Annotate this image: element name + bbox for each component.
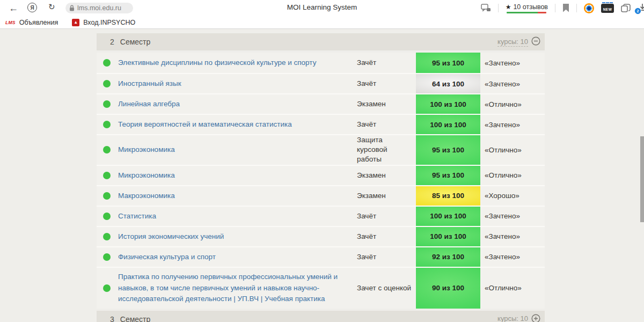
page-title: MOI Learning System (287, 3, 357, 11)
collapse-minus-icon[interactable] (531, 36, 540, 47)
course-link[interactable]: Статистика (118, 208, 357, 225)
course-link[interactable]: Линейная алгебра (118, 96, 357, 113)
table-row: Теория вероятностей и математическая ста… (97, 114, 545, 134)
score-badge: 64 из 100 (416, 74, 480, 93)
grade-label: «Отлично» (480, 100, 545, 108)
chat-bubbles-icon[interactable] (481, 4, 491, 13)
bookmark-item-announcements[interactable]: LMS Объявления (5, 19, 58, 26)
control-type-label: Защита курсовой работы (357, 135, 416, 165)
course-link[interactable]: История экономических учений (118, 228, 357, 245)
table-row: История экономических учений Зачёт 100 и… (97, 226, 545, 246)
score-badge: 100 из 100 (416, 227, 480, 246)
courses-count-label: курсы: 10 (497, 314, 528, 322)
course-status-icon (103, 172, 111, 179)
grade-label: «Зачтено» (480, 80, 545, 88)
course-link[interactable]: Практика по получению первичных професси… (118, 268, 357, 308)
score-badge: 100 из 100 (416, 115, 480, 134)
control-type-label: Экзамен (357, 171, 416, 180)
course-link[interactable]: Теория вероятностей и математическая ста… (118, 116, 357, 133)
table-row: Физическая культура и спорт Зачёт 92 из … (97, 246, 545, 267)
address-bar[interactable]: lms.moi.edu.ru (65, 3, 133, 13)
browser-toolbar: ← Я ↻ lms.moi.edu.ru MOI Learning System… (0, 0, 644, 16)
course-status-icon (103, 253, 111, 261)
semester-number: 3 (110, 315, 114, 322)
semester-2-header: 2 Семестр курсы: 10 (97, 33, 545, 50)
grade-label: «Отлично» (480, 171, 545, 179)
control-type-label: Зачёт (357, 120, 416, 129)
dot-cell (97, 247, 118, 267)
table-row: Макроэкономика Экзамен 85 из 100 «Хорошо… (97, 185, 545, 206)
bookmark-label: Вход.INPSYCHO (83, 19, 135, 26)
course-link[interactable]: Микроэкономика (118, 167, 357, 184)
score-badge: 90 из 100 (416, 268, 480, 309)
download-badge: 2 (634, 8, 641, 14)
download-icon[interactable]: 2 (638, 3, 644, 13)
dot-cell (97, 53, 118, 73)
control-type-label: Зачёт (357, 252, 416, 262)
vertical-scrollbar-thumb[interactable] (640, 136, 644, 222)
extension-new-icon[interactable]: NEW (601, 4, 614, 13)
table-row: Иностранный язык Зачёт 64 из 100 «Зачтен… (97, 73, 545, 93)
course-link[interactable]: Микроэкономика (118, 141, 357, 158)
table-row: Микроэкономика Экзамен 95 из 100 «Отличн… (97, 165, 545, 185)
course-link[interactable]: Физическая культура и спорт (118, 248, 357, 266)
semester-number: 2 (110, 38, 114, 46)
course-status-icon (103, 80, 111, 87)
table-row: Статистика Зачёт 100 из 100 «Зачтено» (97, 206, 545, 226)
control-type-label: Зачет с оценкой (357, 283, 416, 293)
course-status-icon (103, 59, 111, 67)
dot-cell (97, 135, 118, 165)
grades-table: 2 Семестр курсы: 10 Элективные дисциплин… (97, 29, 545, 322)
site-reviews-button[interactable]: ★ 10 отзывов (506, 3, 548, 13)
back-icon[interactable]: ← (9, 3, 18, 13)
score-badge: 100 из 100 (416, 207, 480, 226)
dot-cell (97, 74, 118, 93)
table-row: Линейная алгебра Экзамен 100 из 100 «Отл… (97, 93, 545, 114)
score-badge: 95 из 100 (416, 53, 480, 73)
dot-cell (97, 207, 118, 226)
bookmark-item-inpsycho[interactable]: ▲ Вход.INPSYCHO (72, 19, 135, 26)
course-status-icon (103, 146, 111, 153)
control-type-label: Экзамен (357, 191, 416, 201)
course-table-body: Элективные дисциплины по физической куль… (97, 53, 545, 309)
course-status-icon (103, 192, 111, 200)
browser-chrome: ← Я ↻ lms.moi.edu.ru MOI Learning System… (0, 0, 644, 29)
expand-plus-icon[interactable] (531, 314, 540, 322)
course-link[interactable]: Элективные дисциплины по физической куль… (118, 54, 357, 71)
semester-3-courses-toggle[interactable]: курсы: 10 (497, 314, 540, 322)
bookmark-label: Объявления (19, 19, 58, 26)
dot-cell (97, 166, 118, 185)
reviews-count-label: 10 отзывов (513, 3, 548, 11)
toolbar-separator (555, 4, 555, 12)
dot-cell (97, 186, 118, 206)
control-type-label: Зачёт (357, 232, 416, 241)
grade-label: «Зачтено» (480, 212, 545, 220)
yandex-logo-icon[interactable]: Я (27, 3, 37, 12)
score-badge: 100 из 100 (416, 94, 480, 114)
dot-cell (97, 268, 118, 309)
dot-cell (97, 94, 118, 114)
score-badge: 95 из 100 (416, 166, 480, 185)
toolbar-separator (498, 4, 499, 12)
toolbar-right-icons: ★ 10 отзывов NEW 2 (481, 0, 644, 16)
grade-label: «Зачтено» (480, 253, 545, 261)
tabs-icon[interactable] (621, 4, 631, 12)
refresh-icon[interactable]: ↻ (48, 3, 55, 11)
table-row: Микроэкономика Защита курсовой работы 95… (97, 134, 545, 165)
course-status-icon (103, 213, 111, 220)
lock-icon (69, 5, 75, 11)
course-link[interactable]: Макроэкономика (118, 187, 357, 204)
extension-browser-icon[interactable] (584, 3, 594, 13)
course-link[interactable]: Иностранный язык (118, 75, 357, 92)
grade-label: «Зачтено» (480, 59, 545, 67)
grade-label: «Хорошо» (480, 192, 545, 200)
star-icon: ★ (506, 3, 511, 11)
bookmark-flag-icon[interactable] (562, 4, 569, 12)
course-status-icon (103, 100, 111, 108)
table-row: Элективные дисциплины по физической куль… (97, 53, 545, 73)
control-type-label: Экзамен (357, 99, 416, 109)
semester-2-courses-toggle[interactable]: курсы: 10 (497, 36, 540, 47)
dot-cell (97, 115, 118, 134)
inpsycho-favicon: ▲ (72, 19, 79, 26)
score-badge: 85 из 100 (416, 186, 480, 206)
